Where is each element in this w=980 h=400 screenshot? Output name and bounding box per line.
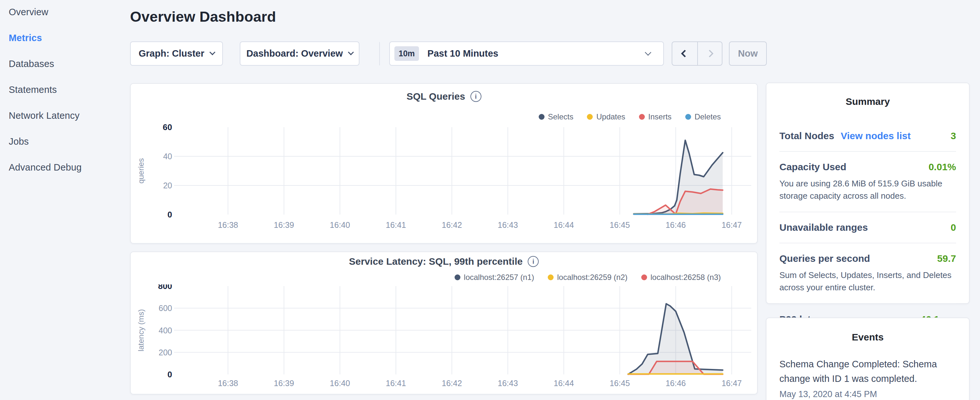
graph-scope-dropdown[interactable]: Graph: Cluster bbox=[130, 41, 223, 66]
svg-text:800: 800 bbox=[158, 284, 172, 291]
summary-row: Total NodesView nodes list3 bbox=[780, 131, 956, 142]
svg-text:16:40: 16:40 bbox=[330, 220, 350, 229]
summary-row-label: Queries per second bbox=[780, 253, 870, 264]
time-range-badge: 10m bbox=[395, 46, 419, 61]
sidebar-item-metrics[interactable]: Metrics bbox=[9, 32, 119, 43]
now-button[interactable]: Now bbox=[729, 41, 767, 66]
svg-text:40: 40 bbox=[163, 152, 172, 161]
chart-title-row: SQL Queriesi bbox=[131, 91, 757, 102]
info-icon[interactable]: i bbox=[528, 256, 539, 267]
summary-row-value: 3 bbox=[951, 131, 956, 142]
svg-text:16:45: 16:45 bbox=[609, 220, 630, 229]
svg-text:16:46: 16:46 bbox=[665, 220, 686, 229]
svg-text:0: 0 bbox=[168, 370, 172, 379]
svg-text:16:38: 16:38 bbox=[218, 220, 238, 229]
event-timestamp: May 13, 2020 at 4:45 PM bbox=[780, 389, 956, 399]
legend-label: localhost:26258 (n3) bbox=[651, 273, 721, 282]
svg-text:0: 0 bbox=[168, 210, 172, 220]
svg-text:16:38: 16:38 bbox=[218, 379, 238, 388]
legend-label: localhost:26257 (n1) bbox=[464, 273, 534, 282]
chevron-down-icon bbox=[348, 49, 354, 55]
dashboard-label: Dashboard: Overview bbox=[246, 48, 343, 59]
summary-row-description: You are using 28.6 MiB of 515.9 GiB usab… bbox=[780, 178, 956, 202]
summary-row-description: Sum of Selects, Updates, Inserts, and De… bbox=[780, 269, 956, 293]
chart-legend: localhost:26257 (n1)localhost:26259 (n2)… bbox=[455, 273, 721, 282]
svg-text:16:39: 16:39 bbox=[274, 220, 294, 229]
svg-text:16:41: 16:41 bbox=[386, 379, 406, 388]
event-text: Schema Change Completed: Schema change w… bbox=[780, 357, 956, 386]
svg-text:16:44: 16:44 bbox=[554, 379, 574, 388]
events-title: Events bbox=[780, 332, 956, 343]
legend-label: localhost:26259 (n2) bbox=[557, 273, 627, 282]
summary-row-label: Total Nodes bbox=[780, 131, 834, 142]
chevron-down-icon bbox=[645, 49, 651, 56]
summary-row-value: 0 bbox=[951, 222, 956, 233]
sidebar-item-databases[interactable]: Databases bbox=[9, 58, 119, 69]
legend-dot-icon bbox=[548, 274, 554, 280]
time-range-label: Past 10 Minutes bbox=[427, 48, 498, 59]
svg-text:16:46: 16:46 bbox=[665, 379, 686, 388]
legend-item[interactable]: localhost:26258 (n3) bbox=[641, 273, 721, 282]
svg-text:200: 200 bbox=[159, 348, 172, 357]
svg-text:16:42: 16:42 bbox=[442, 379, 462, 388]
controls-divider bbox=[379, 42, 380, 65]
legend-dot-icon bbox=[641, 274, 647, 280]
summary-row: Unavailable ranges0 bbox=[780, 222, 956, 233]
view-nodes-list-link[interactable]: View nodes list bbox=[840, 131, 910, 142]
svg-text:queries: queries bbox=[137, 158, 145, 184]
summary-row-label: Unavailable ranges bbox=[780, 222, 868, 233]
sql-queries-chart-card: SQL QueriesiSelectsUpdatesInsertsDeletes… bbox=[130, 83, 758, 244]
chart-plot[interactable]: 16:3816:3916:4016:4116:4216:4316:4416:45… bbox=[131, 284, 758, 392]
chart-title: SQL Queries bbox=[406, 91, 465, 102]
legend-item[interactable]: localhost:26257 (n1) bbox=[455, 273, 534, 282]
service-latency-chart-card: Service Latency: SQL, 99th percentileilo… bbox=[130, 252, 758, 395]
summary-title: Summary bbox=[780, 96, 956, 107]
time-step-buttons bbox=[672, 41, 722, 66]
summary-row-value: 59.7 bbox=[937, 253, 956, 264]
svg-text:400: 400 bbox=[159, 326, 172, 335]
events-panel: Events Schema Change Completed: Schema c… bbox=[766, 317, 970, 400]
svg-text:16:47: 16:47 bbox=[721, 220, 742, 229]
sidebar-item-overview[interactable]: Overview bbox=[9, 6, 119, 18]
svg-text:16:43: 16:43 bbox=[498, 379, 518, 388]
summary-rows: Total NodesView nodes list3Capacity Used… bbox=[780, 131, 956, 325]
summary-divider bbox=[780, 243, 956, 243]
svg-text:600: 600 bbox=[159, 304, 172, 312]
chart-title-row: Service Latency: SQL, 99th percentilei bbox=[131, 256, 757, 267]
svg-text:16:40: 16:40 bbox=[330, 379, 350, 388]
graph-scope-label: Graph: Cluster bbox=[138, 48, 204, 59]
chevron-left-icon bbox=[681, 49, 689, 57]
svg-text:16:41: 16:41 bbox=[386, 220, 406, 229]
dashboard-dropdown[interactable]: Dashboard: Overview bbox=[240, 41, 360, 66]
summary-row: Capacity Used0.01%You are using 28.6 MiB… bbox=[780, 161, 956, 202]
summary-divider bbox=[780, 304, 956, 304]
page: { "colors": { "accent_green": "#4f9f1d",… bbox=[0, 0, 980, 400]
summary-row-value: 0.01% bbox=[929, 161, 956, 172]
summary-divider bbox=[780, 212, 956, 212]
chart-title: Service Latency: SQL, 99th percentile bbox=[349, 256, 523, 267]
time-range-dropdown[interactable]: 10m Past 10 Minutes bbox=[389, 41, 664, 66]
event-item[interactable]: Schema Change Completed: Schema change w… bbox=[780, 357, 956, 399]
svg-text:16:42: 16:42 bbox=[442, 220, 462, 229]
svg-text:20: 20 bbox=[163, 181, 172, 190]
summary-row-label: Capacity Used bbox=[780, 161, 846, 172]
chevron-right-icon bbox=[706, 49, 714, 57]
sidebar-item-network-latency[interactable]: Network Latency bbox=[9, 110, 119, 121]
page-title: Overview Dashboard bbox=[130, 8, 276, 25]
event-list: Schema Change Completed: Schema change w… bbox=[780, 357, 956, 399]
svg-text:16:47: 16:47 bbox=[721, 379, 742, 388]
chevron-down-icon bbox=[209, 49, 215, 55]
svg-text:16:45: 16:45 bbox=[609, 379, 630, 388]
svg-text:16:43: 16:43 bbox=[498, 220, 518, 229]
legend-item[interactable]: localhost:26259 (n2) bbox=[548, 273, 627, 282]
summary-panel: Summary Total NodesView nodes list3Capac… bbox=[766, 83, 970, 304]
sidebar-item-jobs[interactable]: Jobs bbox=[9, 136, 119, 147]
prev-time-button[interactable] bbox=[672, 42, 697, 65]
svg-text:16:44: 16:44 bbox=[554, 220, 574, 229]
next-time-button[interactable] bbox=[697, 42, 722, 65]
sidebar-item-advanced-debug[interactable]: Advanced Debug bbox=[9, 162, 119, 173]
svg-text:60: 60 bbox=[163, 122, 172, 132]
sidebar-item-statements[interactable]: Statements bbox=[9, 84, 119, 95]
info-icon[interactable]: i bbox=[471, 91, 481, 102]
chart-plot[interactable]: 16:3816:3916:4016:4116:4216:4316:4416:45… bbox=[131, 118, 758, 234]
